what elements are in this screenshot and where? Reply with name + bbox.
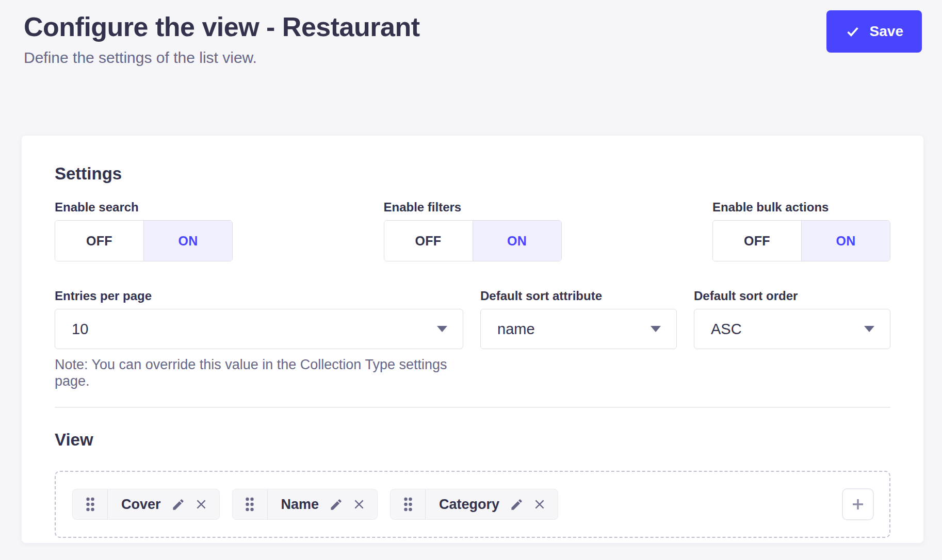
caret-down-icon bbox=[864, 326, 874, 332]
enable-bulk-actions-on-option[interactable]: ON bbox=[801, 221, 890, 261]
enable-filters-label: Enable filters bbox=[384, 200, 562, 215]
remove-icon bbox=[194, 498, 208, 511]
entries-per-page-select[interactable]: 10 bbox=[55, 309, 463, 349]
entries-per-page-label: Entries per page bbox=[55, 288, 463, 304]
check-icon bbox=[845, 24, 860, 39]
default-sort-order-value: ASC bbox=[711, 321, 742, 338]
save-button[interactable]: Save bbox=[826, 10, 922, 53]
selects-row: Entries per page 10 Note: You can overri… bbox=[55, 288, 890, 389]
drag-handle[interactable] bbox=[73, 489, 108, 519]
page-header: Configure the view - Restaurant Define t… bbox=[24, 11, 420, 67]
page-title: Configure the view - Restaurant bbox=[24, 11, 420, 42]
field-chip-cover: Cover bbox=[72, 489, 220, 520]
remove-field-button[interactable] bbox=[533, 498, 546, 511]
settings-heading: Settings bbox=[55, 163, 890, 184]
edit-field-button[interactable] bbox=[510, 498, 524, 512]
configure-view-page: Configure the view - Restaurant Define t… bbox=[0, 0, 942, 560]
field-chip-category: Category bbox=[390, 489, 558, 520]
enable-search-on-option[interactable]: ON bbox=[143, 221, 232, 261]
drag-handle-icon bbox=[244, 496, 255, 513]
enable-filters-on-option[interactable]: ON bbox=[473, 221, 561, 261]
enable-bulk-actions-off-option[interactable]: OFF bbox=[713, 221, 801, 261]
page-subtitle: Define the settings of the list view. bbox=[24, 48, 420, 67]
chip-label: Cover bbox=[108, 497, 171, 513]
enable-bulk-actions-toggle: OFF ON bbox=[712, 220, 890, 261]
chip-label: Name bbox=[268, 497, 330, 513]
enable-search-off-option[interactable]: OFF bbox=[55, 221, 143, 261]
field-enable-search: Enable search OFF ON bbox=[55, 200, 233, 261]
add-field-button[interactable] bbox=[842, 488, 874, 520]
enable-filters-off-option[interactable]: OFF bbox=[384, 221, 473, 261]
caret-down-icon bbox=[651, 326, 661, 332]
caret-down-icon bbox=[437, 326, 447, 332]
edit-field-button[interactable] bbox=[171, 498, 185, 512]
enable-bulk-actions-label: Enable bulk actions bbox=[712, 200, 890, 215]
field-chip-name: Name bbox=[232, 489, 378, 520]
view-heading: View bbox=[55, 430, 890, 450]
remove-field-button[interactable] bbox=[194, 498, 208, 511]
remove-icon bbox=[352, 498, 366, 511]
default-sort-attribute-select[interactable]: name bbox=[480, 309, 677, 349]
field-chips: Cover bbox=[72, 489, 558, 520]
enable-search-toggle: OFF ON bbox=[55, 220, 233, 261]
toggles-row: Enable search OFF ON Enable filters OFF … bbox=[55, 200, 890, 261]
plus-icon bbox=[850, 496, 866, 513]
entries-per-page-note: Note: You can override this value in the… bbox=[55, 356, 463, 389]
enable-filters-toggle: OFF ON bbox=[384, 220, 562, 261]
edit-icon bbox=[329, 498, 343, 512]
edit-icon bbox=[171, 498, 185, 512]
drag-handle[interactable] bbox=[391, 489, 426, 519]
default-sort-order-select[interactable]: ASC bbox=[694, 309, 890, 349]
chip-label: Category bbox=[426, 497, 510, 513]
drag-handle-icon bbox=[85, 496, 96, 513]
remove-field-button[interactable] bbox=[352, 498, 366, 511]
field-default-sort-attribute: Default sort attribute name bbox=[480, 288, 677, 349]
field-enable-bulk-actions: Enable bulk actions OFF ON bbox=[712, 200, 890, 261]
field-list-dropzone: Cover bbox=[55, 471, 890, 538]
drag-handle[interactable] bbox=[233, 489, 268, 519]
remove-icon bbox=[533, 498, 546, 511]
settings-card: Settings Enable search OFF ON Enable fil… bbox=[22, 136, 923, 543]
default-sort-order-label: Default sort order bbox=[694, 288, 890, 304]
entries-per-page-value: 10 bbox=[72, 321, 88, 338]
enable-search-label: Enable search bbox=[55, 200, 233, 215]
section-divider bbox=[55, 407, 890, 408]
edit-icon bbox=[510, 498, 524, 512]
field-enable-filters: Enable filters OFF ON bbox=[384, 200, 562, 261]
field-entries-per-page: Entries per page 10 Note: You can overri… bbox=[55, 288, 463, 389]
field-default-sort-order: Default sort order ASC bbox=[694, 288, 890, 349]
drag-handle-icon bbox=[402, 496, 414, 513]
save-button-label: Save bbox=[870, 23, 903, 40]
edit-field-button[interactable] bbox=[329, 498, 343, 512]
default-sort-attribute-value: name bbox=[497, 321, 535, 338]
default-sort-attribute-label: Default sort attribute bbox=[480, 288, 677, 304]
